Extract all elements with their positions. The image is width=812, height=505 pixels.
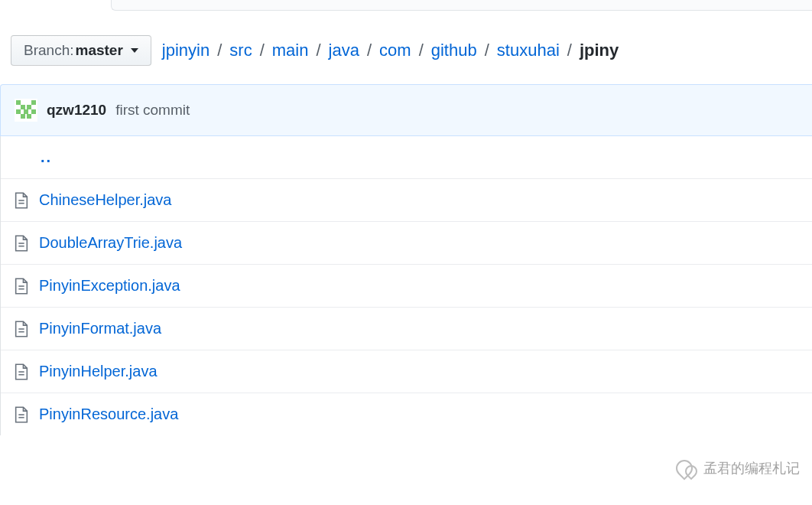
crumb-sep: / [257,41,268,60]
branch-select-button[interactable]: Branch: master [11,35,151,66]
crumb-sep: / [564,41,575,60]
file-row[interactable]: PinyinFormat.java [1,308,812,350]
commit-message[interactable]: first commit [115,102,190,119]
up-directory-label: .. [41,148,52,166]
crumb-sep: / [364,41,375,60]
file-name[interactable]: PinyinResource.java [39,406,178,423]
file-name[interactable]: DoubleArrayTrie.java [39,234,182,252]
wechat-icon [676,458,697,479]
file-name[interactable]: PinyinException.java [39,277,180,295]
up-directory-row[interactable]: .. [1,136,812,179]
file-icon [15,321,28,337]
file-row[interactable]: PinyinHelper.java [1,350,812,393]
file-row[interactable]: PinyinException.java [1,265,812,308]
file-row[interactable]: DoubleArrayTrie.java [1,222,812,265]
caret-down-icon [131,48,138,53]
branch-name: master [75,42,122,59]
svg-rect-5 [16,109,21,114]
avatar[interactable] [15,99,37,122]
latest-commit-bar: qzw1210 first commit [0,84,812,136]
top-tab-edge [111,0,812,11]
crumb-src[interactable]: src [229,41,252,60]
file-list: .. ChineseHelper.java DoubleArrayTrie.ja… [0,136,812,435]
file-row[interactable]: ChineseHelper.java [1,179,812,222]
file-icon [15,406,28,423]
file-icon [15,278,28,295]
svg-rect-9 [27,114,31,119]
svg-rect-7 [31,109,36,114]
crumb-jpinyin[interactable]: jpinyin [162,41,209,60]
file-name[interactable]: PinyinFormat.java [39,320,161,337]
svg-rect-2 [31,100,36,105]
svg-rect-6 [24,109,28,114]
watermark-text: 孟君的编程札记 [703,459,800,477]
svg-rect-8 [21,114,25,119]
crumb-main[interactable]: main [272,41,309,60]
crumb-stuxuhai[interactable]: stuxuhai [497,41,560,60]
crumb-current: jpiny [580,41,619,60]
breadcrumb: jpinyin/ src/ main/ java/ com/ github/ s… [162,41,619,60]
svg-rect-4 [27,105,31,109]
repo-nav-row: Branch: master jpinyin/ src/ main/ java/… [0,11,812,83]
commit-author[interactable]: qzw1210 [47,102,106,119]
file-name[interactable]: ChineseHelper.java [39,191,171,209]
svg-rect-3 [21,105,25,109]
crumb-sep: / [416,41,427,60]
crumb-sep: / [214,41,225,60]
file-icon [15,192,28,209]
branch-label: Branch: [24,42,73,59]
identicon-icon [15,99,37,122]
file-name[interactable]: PinyinHelper.java [39,363,158,380]
crumb-com[interactable]: com [379,41,411,60]
file-icon [15,235,28,252]
file-icon [15,363,28,380]
crumb-java[interactable]: java [329,41,359,60]
svg-rect-1 [16,100,21,105]
file-row[interactable]: PinyinResource.java [1,393,812,435]
crumb-sep: / [482,41,492,60]
crumb-sep: / [313,41,323,60]
watermark: 孟君的编程札记 [676,458,800,479]
crumb-github[interactable]: github [431,41,477,60]
